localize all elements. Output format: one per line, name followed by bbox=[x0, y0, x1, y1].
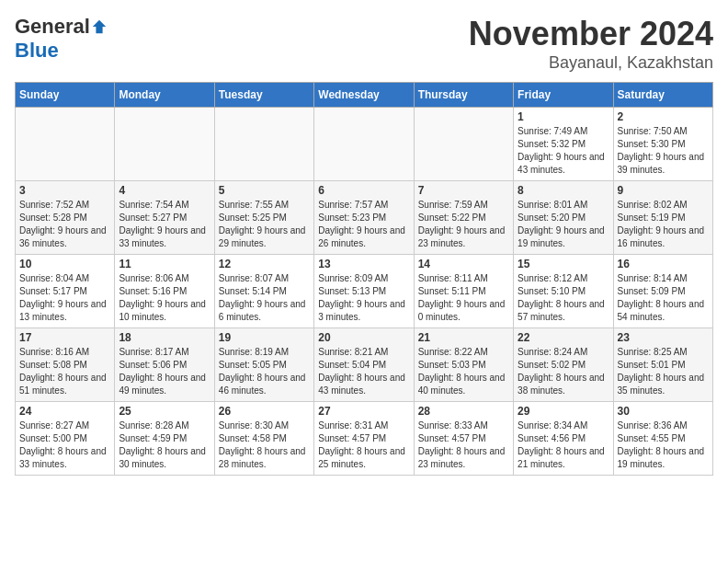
day-number: 27 bbox=[318, 405, 409, 418]
calendar-cell: 17Sunrise: 8:16 AM Sunset: 5:08 PM Dayli… bbox=[16, 328, 115, 402]
day-info: Sunrise: 8:22 AM Sunset: 5:03 PM Dayligh… bbox=[418, 346, 509, 397]
day-number: 28 bbox=[418, 405, 509, 418]
header-saturday: Saturday bbox=[613, 83, 712, 108]
day-info: Sunrise: 8:25 AM Sunset: 5:01 PM Dayligh… bbox=[618, 346, 709, 397]
calendar-cell: 26Sunrise: 8:30 AM Sunset: 4:58 PM Dayli… bbox=[214, 402, 313, 476]
calendar-cell: 5Sunrise: 7:55 AM Sunset: 5:25 PM Daylig… bbox=[214, 181, 313, 255]
week-row-4: 24Sunrise: 8:27 AM Sunset: 5:00 PM Dayli… bbox=[16, 402, 713, 476]
day-info: Sunrise: 8:17 AM Sunset: 5:06 PM Dayligh… bbox=[119, 346, 210, 397]
calendar-cell: 13Sunrise: 8:09 AM Sunset: 5:13 PM Dayli… bbox=[314, 255, 414, 328]
logo-text: General bbox=[15, 15, 108, 39]
day-number: 11 bbox=[119, 258, 210, 270]
calendar-cell: 6Sunrise: 7:57 AM Sunset: 5:23 PM Daylig… bbox=[314, 181, 414, 255]
calendar-cell: 30Sunrise: 8:36 AM Sunset: 4:55 PM Dayli… bbox=[613, 402, 712, 476]
calendar-cell: 19Sunrise: 8:19 AM Sunset: 5:05 PM Dayli… bbox=[214, 328, 313, 402]
day-info: Sunrise: 8:34 AM Sunset: 4:56 PM Dayligh… bbox=[518, 419, 609, 471]
day-info: Sunrise: 8:09 AM Sunset: 5:13 PM Dayligh… bbox=[318, 272, 409, 324]
day-number: 20 bbox=[318, 331, 409, 344]
day-info: Sunrise: 8:11 AM Sunset: 5:11 PM Dayligh… bbox=[418, 272, 509, 324]
calendar-cell: 8Sunrise: 8:01 AM Sunset: 5:20 PM Daylig… bbox=[514, 181, 613, 255]
day-number: 17 bbox=[19, 331, 110, 344]
day-number: 29 bbox=[518, 405, 609, 418]
calendar-cell: 4Sunrise: 7:54 AM Sunset: 5:27 PM Daylig… bbox=[115, 181, 214, 255]
calendar-cell: 22Sunrise: 8:24 AM Sunset: 5:02 PM Dayli… bbox=[514, 328, 613, 402]
logo-blue: Blue bbox=[15, 39, 59, 62]
svg-marker-0 bbox=[93, 20, 106, 33]
day-info: Sunrise: 8:14 AM Sunset: 5:09 PM Dayligh… bbox=[618, 272, 709, 324]
day-info: Sunrise: 8:30 AM Sunset: 4:58 PM Dayligh… bbox=[219, 419, 310, 471]
calendar-cell: 15Sunrise: 8:12 AM Sunset: 5:10 PM Dayli… bbox=[514, 255, 613, 328]
calendar-cell: 7Sunrise: 7:59 AM Sunset: 5:22 PM Daylig… bbox=[414, 181, 513, 255]
day-number: 19 bbox=[219, 331, 310, 344]
day-info: Sunrise: 8:19 AM Sunset: 5:05 PM Dayligh… bbox=[219, 346, 310, 397]
day-info: Sunrise: 8:24 AM Sunset: 5:02 PM Dayligh… bbox=[518, 346, 609, 397]
header-thursday: Thursday bbox=[414, 83, 513, 108]
day-number: 6 bbox=[318, 184, 409, 197]
day-number: 10 bbox=[19, 258, 110, 270]
calendar-cell: 21Sunrise: 8:22 AM Sunset: 5:03 PM Dayli… bbox=[414, 328, 513, 402]
day-number: 23 bbox=[618, 331, 709, 344]
header-sunday: Sunday bbox=[16, 83, 115, 108]
header-monday: Monday bbox=[115, 83, 214, 108]
day-number: 21 bbox=[418, 331, 509, 344]
day-info: Sunrise: 7:49 AM Sunset: 5:32 PM Dayligh… bbox=[518, 125, 609, 177]
calendar-cell: 18Sunrise: 8:17 AM Sunset: 5:06 PM Dayli… bbox=[115, 328, 214, 402]
calendar-cell: 28Sunrise: 8:33 AM Sunset: 4:57 PM Dayli… bbox=[414, 402, 513, 476]
logo-icon bbox=[91, 18, 108, 35]
calendar-cell: 25Sunrise: 8:28 AM Sunset: 4:59 PM Dayli… bbox=[115, 402, 214, 476]
day-info: Sunrise: 8:07 AM Sunset: 5:14 PM Dayligh… bbox=[219, 272, 310, 324]
day-number: 18 bbox=[119, 331, 210, 344]
day-number: 7 bbox=[418, 184, 509, 197]
calendar-cell bbox=[115, 108, 214, 181]
day-info: Sunrise: 8:04 AM Sunset: 5:17 PM Dayligh… bbox=[19, 272, 110, 324]
logo: General Blue bbox=[15, 15, 108, 63]
week-row-0: 1Sunrise: 7:49 AM Sunset: 5:32 PM Daylig… bbox=[16, 108, 713, 181]
day-info: Sunrise: 8:28 AM Sunset: 4:59 PM Dayligh… bbox=[119, 419, 210, 471]
location-title: Bayanaul, Kazakhstan bbox=[469, 53, 713, 73]
day-info: Sunrise: 7:52 AM Sunset: 5:28 PM Dayligh… bbox=[19, 199, 110, 250]
day-number: 9 bbox=[618, 184, 709, 197]
calendar-cell: 16Sunrise: 8:14 AM Sunset: 5:09 PM Dayli… bbox=[613, 255, 712, 328]
calendar-cell: 3Sunrise: 7:52 AM Sunset: 5:28 PM Daylig… bbox=[16, 181, 115, 255]
day-info: Sunrise: 8:01 AM Sunset: 5:20 PM Dayligh… bbox=[518, 199, 609, 250]
header-tuesday: Tuesday bbox=[214, 83, 313, 108]
day-number: 16 bbox=[618, 258, 709, 270]
day-number: 2 bbox=[618, 110, 709, 123]
day-info: Sunrise: 8:12 AM Sunset: 5:10 PM Dayligh… bbox=[518, 272, 609, 324]
calendar-cell: 14Sunrise: 8:11 AM Sunset: 5:11 PM Dayli… bbox=[414, 255, 513, 328]
day-number: 24 bbox=[19, 405, 110, 418]
day-info: Sunrise: 7:59 AM Sunset: 5:22 PM Dayligh… bbox=[418, 199, 509, 250]
calendar-cell: 11Sunrise: 8:06 AM Sunset: 5:16 PM Dayli… bbox=[115, 255, 214, 328]
day-info: Sunrise: 8:21 AM Sunset: 5:04 PM Dayligh… bbox=[318, 346, 409, 397]
calendar-cell bbox=[214, 108, 313, 181]
day-info: Sunrise: 7:57 AM Sunset: 5:23 PM Dayligh… bbox=[318, 199, 409, 250]
calendar-cell: 12Sunrise: 8:07 AM Sunset: 5:14 PM Dayli… bbox=[214, 255, 313, 328]
calendar-header: SundayMondayTuesdayWednesdayThursdayFrid… bbox=[16, 83, 713, 108]
day-number: 1 bbox=[518, 110, 609, 123]
calendar-cell: 20Sunrise: 8:21 AM Sunset: 5:04 PM Dayli… bbox=[314, 328, 414, 402]
day-number: 13 bbox=[318, 258, 409, 270]
day-number: 25 bbox=[119, 405, 210, 418]
day-number: 30 bbox=[618, 405, 709, 418]
day-info: Sunrise: 8:31 AM Sunset: 4:57 PM Dayligh… bbox=[318, 419, 409, 471]
day-info: Sunrise: 8:36 AM Sunset: 4:55 PM Dayligh… bbox=[618, 419, 709, 471]
day-number: 26 bbox=[219, 405, 310, 418]
day-info: Sunrise: 8:27 AM Sunset: 5:00 PM Dayligh… bbox=[19, 419, 110, 471]
calendar-cell: 2Sunrise: 7:50 AM Sunset: 5:30 PM Daylig… bbox=[613, 108, 712, 181]
week-row-2: 10Sunrise: 8:04 AM Sunset: 5:17 PM Dayli… bbox=[16, 255, 713, 328]
day-number: 8 bbox=[518, 184, 609, 197]
header-row: SundayMondayTuesdayWednesdayThursdayFrid… bbox=[16, 83, 713, 108]
calendar-cell: 29Sunrise: 8:34 AM Sunset: 4:56 PM Dayli… bbox=[514, 402, 613, 476]
page-header: General Blue November 2024 Bayanaul, Kaz… bbox=[15, 15, 713, 73]
day-number: 14 bbox=[418, 258, 509, 270]
logo-general: General bbox=[15, 15, 90, 39]
calendar-cell bbox=[414, 108, 513, 181]
calendar-cell bbox=[16, 108, 115, 181]
header-wednesday: Wednesday bbox=[314, 83, 414, 108]
calendar-cell: 24Sunrise: 8:27 AM Sunset: 5:00 PM Dayli… bbox=[16, 402, 115, 476]
day-info: Sunrise: 8:16 AM Sunset: 5:08 PM Dayligh… bbox=[19, 346, 110, 397]
calendar-cell: 9Sunrise: 8:02 AM Sunset: 5:19 PM Daylig… bbox=[613, 181, 712, 255]
calendar-cell: 1Sunrise: 7:49 AM Sunset: 5:32 PM Daylig… bbox=[514, 108, 613, 181]
week-row-3: 17Sunrise: 8:16 AM Sunset: 5:08 PM Dayli… bbox=[16, 328, 713, 402]
day-number: 3 bbox=[19, 184, 110, 197]
